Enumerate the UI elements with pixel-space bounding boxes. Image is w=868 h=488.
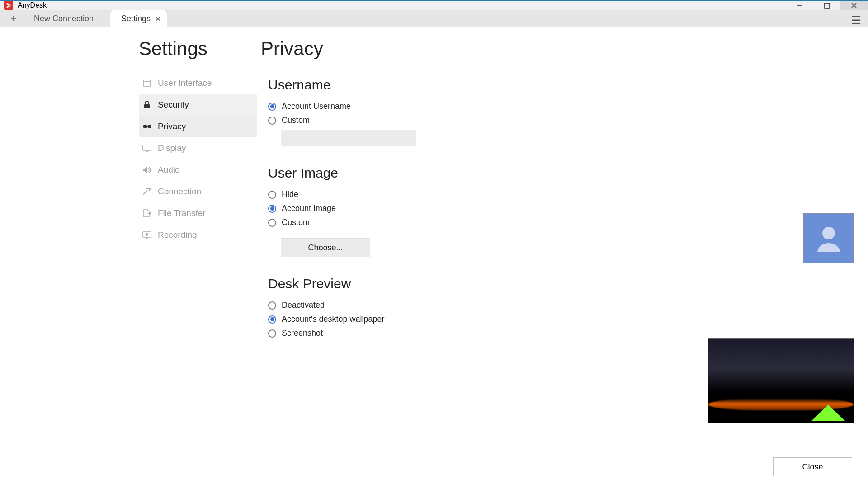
new-tab-button[interactable]: +: [4, 10, 23, 27]
sidebar-item-label: Connection: [158, 187, 201, 197]
svg-point-7: [143, 125, 147, 128]
svg-rect-9: [143, 145, 151, 150]
radio-label: Account Image: [282, 204, 336, 213]
sidebar-item-recording[interactable]: Recording: [139, 224, 257, 246]
panel-heading: Privacy: [261, 38, 849, 66]
radio-icon: [268, 191, 276, 199]
lock-icon: [142, 101, 151, 109]
content: Settings User Interface Security Privacy…: [0, 27, 868, 488]
avatar-icon: [813, 222, 844, 254]
section-desk-preview: Desk Preview Deactivated Account's deskt…: [261, 276, 852, 338]
maximize-button[interactable]: [813, 1, 840, 10]
choose-image-button[interactable]: Choose...: [281, 238, 370, 257]
section-user-image: User Image Hide Account Image Custom Cho…: [261, 165, 852, 257]
radio-hide-image[interactable]: Hide: [268, 190, 852, 199]
radio-label: Deactivated: [282, 300, 325, 310]
radio-icon: [268, 329, 276, 338]
sidebar-item-label: Recording: [158, 230, 197, 240]
radio-account-username[interactable]: Account Username: [268, 102, 852, 111]
radio-icon: [268, 315, 276, 324]
sidebar-item-privacy[interactable]: Privacy: [139, 116, 257, 137]
section-heading: User Image: [268, 165, 852, 181]
close-tab-icon[interactable]: ✕: [155, 14, 161, 24]
radio-icon: [268, 219, 276, 227]
radio-account-image[interactable]: Account Image: [268, 204, 852, 213]
sidebar-item-security[interactable]: Security: [139, 94, 257, 116]
settings-scroll-area[interactable]: Username Account Username Custom User Im…: [261, 77, 859, 488]
radio-icon: [268, 117, 276, 125]
tab-strip: + New Connection Settings ✕ ☰: [0, 10, 868, 27]
radio-custom-username[interactable]: Custom: [268, 116, 852, 125]
radio-label: Custom: [282, 116, 310, 125]
ui-icon: [142, 80, 151, 87]
sidebar-item-label: User Interface: [158, 78, 212, 88]
section-heading: Username: [268, 77, 852, 93]
radio-icon: [268, 205, 276, 213]
sidebar-item-label: Security: [158, 100, 189, 110]
svg-rect-1: [825, 3, 830, 8]
section-heading: Desk Preview: [268, 276, 852, 291]
radio-icon: [268, 103, 276, 111]
window-title: AnyDesk: [18, 1, 47, 9]
sidebar-heading: Settings: [139, 38, 257, 60]
radio-label: Account Username: [282, 102, 351, 111]
radio-deactivated[interactable]: Deactivated: [268, 300, 852, 310]
close-window-button[interactable]: [840, 1, 868, 10]
user-image-preview: [803, 213, 854, 263]
custom-username-input: [281, 130, 416, 146]
svg-point-14: [822, 227, 835, 239]
settings-sidebar: Settings User Interface Security Privacy…: [139, 27, 257, 488]
sidebar-item-audio[interactable]: Audio: [139, 159, 257, 181]
audio-icon: [142, 166, 151, 174]
sidebar-item-label: Privacy: [158, 122, 186, 131]
menu-icon[interactable]: ☰: [851, 14, 861, 28]
recording-icon: [142, 231, 151, 239]
radio-label: Hide: [282, 190, 298, 199]
radio-label: Custom: [282, 218, 310, 227]
svg-point-8: [147, 125, 151, 128]
sidebar-item-file-transfer[interactable]: File Transfer: [139, 202, 257, 224]
settings-panel: Privacy Username Account Username Custom: [257, 27, 868, 488]
close-button[interactable]: Close: [773, 457, 852, 476]
tab-label: Settings: [121, 14, 151, 23]
sidebar-item-display[interactable]: Display: [139, 137, 257, 159]
tab-settings[interactable]: Settings ✕: [110, 10, 167, 27]
desk-preview-image: [708, 338, 854, 423]
file-transfer-icon: [142, 209, 151, 217]
radio-icon: [268, 301, 276, 310]
minimize-button[interactable]: [786, 1, 813, 10]
sidebar-item-label: File Transfer: [158, 208, 206, 218]
svg-rect-6: [144, 104, 150, 108]
section-username: Username Account Username Custom: [261, 77, 852, 146]
tab-new-connection[interactable]: New Connection: [23, 10, 110, 27]
title-bar: AnyDesk: [0, 1, 868, 10]
connection-icon: [142, 188, 151, 195]
radio-wallpaper[interactable]: Account's desktop wallpaper: [268, 314, 852, 324]
radio-label: Screenshot: [282, 328, 323, 338]
svg-rect-4: [143, 80, 151, 86]
tab-label: New Connection: [34, 14, 94, 23]
radio-custom-image[interactable]: Custom: [268, 218, 852, 227]
sidebar-item-label: Audio: [158, 165, 180, 175]
svg-point-12: [146, 233, 148, 236]
glasses-icon: [142, 124, 151, 129]
radio-label: Account's desktop wallpaper: [282, 314, 385, 324]
window-controls: [786, 1, 868, 10]
sidebar-item-user-interface[interactable]: User Interface: [139, 72, 257, 94]
app-logo-icon: [4, 1, 13, 10]
app-window: AnyDesk + New Connection Settings ✕ ☰ Se…: [0, 0, 868, 488]
sidebar-item-label: Display: [158, 143, 186, 153]
display-icon: [142, 145, 151, 152]
sidebar-item-connection[interactable]: Connection: [139, 181, 257, 202]
tent-shape: [811, 405, 845, 421]
radio-screenshot[interactable]: Screenshot: [268, 328, 852, 338]
